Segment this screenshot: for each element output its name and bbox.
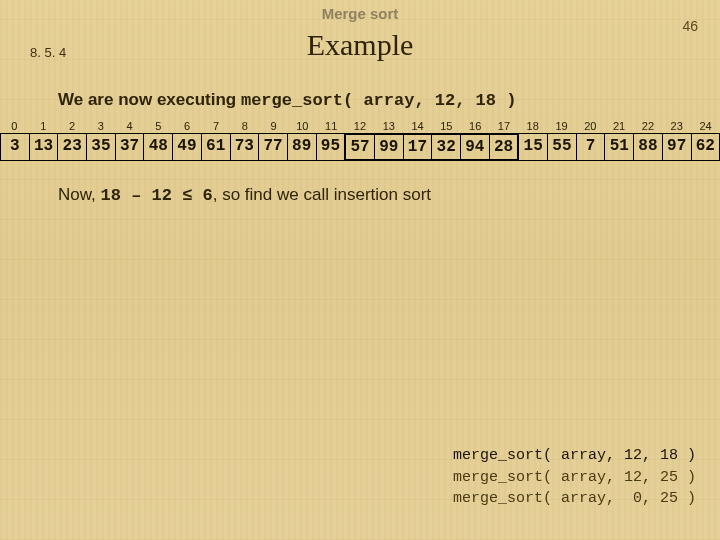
index-cell: 2	[58, 120, 87, 133]
index-cell: 15	[432, 120, 461, 133]
section-number: 8. 5. 4	[30, 45, 66, 60]
value-cell: 99	[374, 133, 403, 161]
index-cell: 0	[0, 120, 29, 133]
cond-prefix: Now,	[58, 185, 101, 204]
index-cell: 16	[461, 120, 490, 133]
index-cell: 19	[547, 120, 576, 133]
value-row: 3132335374849617377899557991732942815557…	[0, 133, 720, 161]
array-visual: 0123456789101112131415161718192021222324…	[0, 120, 720, 161]
index-cell: 5	[144, 120, 173, 133]
index-cell: 4	[115, 120, 144, 133]
index-cell: 13	[374, 120, 403, 133]
value-cell: 57	[344, 133, 374, 161]
slide-title: Example	[0, 28, 720, 62]
index-cell: 8	[230, 120, 259, 133]
value-cell: 73	[230, 133, 259, 161]
condition-line: Now, 18 – 12 ≤ 6, so find we call insert…	[58, 185, 720, 205]
page-number: 46	[682, 18, 698, 34]
value-cell: 17	[403, 133, 432, 161]
index-cell: 21	[605, 120, 634, 133]
index-cell: 20	[576, 120, 605, 133]
value-cell: 95	[316, 133, 345, 161]
index-cell: 14	[403, 120, 432, 133]
stack-frame: merge_sort( array, 12, 18 )	[453, 445, 696, 467]
stack-frame: merge_sort( array, 12, 25 )	[453, 467, 696, 489]
value-cell: 51	[604, 133, 633, 161]
index-cell: 18	[518, 120, 547, 133]
value-cell: 89	[287, 133, 316, 161]
value-cell: 37	[115, 133, 144, 161]
value-cell: 97	[662, 133, 691, 161]
value-cell: 88	[633, 133, 662, 161]
exec-line: We are now executing merge_sort( array, …	[58, 90, 720, 110]
value-cell: 28	[489, 133, 518, 161]
index-cell: 24	[691, 120, 720, 133]
index-cell: 10	[288, 120, 317, 133]
cond-suffix: , so find we call insertion sort	[213, 185, 431, 204]
index-cell: 6	[173, 120, 202, 133]
deck-header: Merge sort	[0, 0, 720, 22]
index-cell: 1	[29, 120, 58, 133]
value-cell: 55	[547, 133, 576, 161]
index-cell: 9	[259, 120, 288, 133]
stack-frame: merge_sort( array, 0, 25 )	[453, 488, 696, 510]
exec-line-prefix: We are now executing	[58, 90, 241, 109]
exec-line-code: merge_sort( array, 12, 18 )	[241, 91, 516, 110]
value-cell: 77	[258, 133, 287, 161]
index-cell: 23	[662, 120, 691, 133]
value-cell: 94	[460, 133, 489, 161]
value-cell: 61	[201, 133, 230, 161]
cond-math: 18 – 12 ≤ 6	[101, 186, 213, 205]
index-cell: 7	[202, 120, 231, 133]
index-cell: 3	[86, 120, 115, 133]
index-cell: 11	[317, 120, 346, 133]
value-cell: 49	[172, 133, 201, 161]
value-cell: 32	[431, 133, 460, 161]
call-stack: merge_sort( array, 12, 18 )merge_sort( a…	[453, 445, 696, 510]
value-cell: 15	[517, 133, 547, 161]
index-cell: 22	[634, 120, 663, 133]
value-cell: 62	[691, 133, 721, 161]
value-cell: 13	[29, 133, 58, 161]
value-cell: 3	[0, 133, 29, 161]
value-cell: 23	[57, 133, 86, 161]
index-row: 0123456789101112131415161718192021222324	[0, 120, 720, 133]
value-cell: 7	[576, 133, 605, 161]
value-cell: 35	[86, 133, 115, 161]
index-cell: 12	[346, 120, 375, 133]
index-cell: 17	[490, 120, 519, 133]
value-cell: 48	[143, 133, 172, 161]
